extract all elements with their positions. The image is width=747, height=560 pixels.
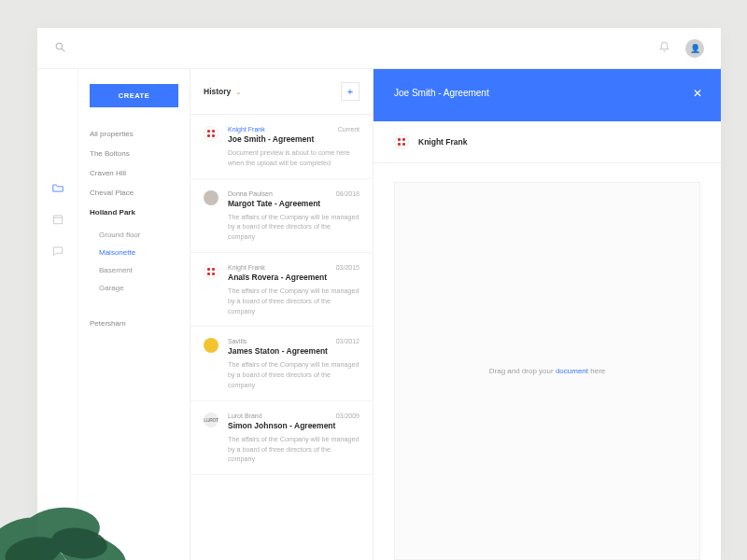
history-title: History	[204, 87, 231, 96]
history-desc: Document preview is about to come here w…	[228, 148, 359, 169]
chevron-down-icon[interactable]: ⌄	[235, 88, 242, 96]
detail-header: Joe Smith - Agreement ✕	[374, 69, 721, 121]
company-logo-icon	[204, 264, 218, 279]
company-logo-icon	[204, 338, 218, 353]
history-doc-title: Margot Tate - Agreement	[228, 199, 359, 208]
app-window: 👤 CREATE All properties The Boltons Crav…	[37, 28, 721, 560]
history-item[interactable]: Knight Frank Current Joe Smith - Agreeme…	[190, 115, 373, 179]
sidebar-subitem-garage[interactable]: Garage	[99, 279, 178, 297]
history-company: Knight Frank	[228, 126, 265, 133]
history-column: History ⌄ + Knight Frank Current Joe Smi…	[190, 69, 374, 560]
person-avatar-icon	[204, 190, 218, 205]
detail-panel: Joe Smith - Agreement ✕ Knight Frank Dra…	[374, 69, 721, 560]
sidebar-item-cheval-place[interactable]: Cheval Place	[90, 183, 178, 203]
history-date: 03/2015	[336, 264, 359, 271]
history-company: Knight Frank	[228, 264, 265, 271]
sidebar-sublist: Ground floor Maisonette Basement Garage	[90, 226, 178, 297]
chat-icon[interactable]	[51, 245, 64, 258]
history-item[interactable]: Knight Frank 03/2015 Anaïs Rovera - Agre…	[190, 253, 373, 327]
history-date: 03/2009	[336, 413, 359, 419]
upload-dropzone[interactable]: Drag and drop your document here	[394, 182, 700, 560]
avatar[interactable]: 👤	[685, 39, 704, 58]
svg-point-0	[56, 43, 62, 49]
add-button[interactable]: +	[341, 82, 359, 101]
history-item[interactable]: Savills 03/2012 James Staton - Agreement…	[190, 327, 373, 400]
history-date: Current	[338, 126, 359, 133]
dropzone-link[interactable]: document	[556, 367, 588, 375]
history-company: Savills	[228, 338, 247, 344]
sidebar-item-holland-park[interactable]: Holland Park	[90, 203, 178, 222]
company-logo-icon: LUROT	[204, 413, 218, 427]
history-header: History ⌄ +	[190, 69, 373, 115]
history-desc: The affairs of the Company will be manag…	[228, 287, 359, 316]
history-item[interactable]: Donna Paulsen 08/2018 Margot Tate - Agre…	[190, 179, 373, 253]
history-doc-title: Joe Smith - Agreement	[228, 134, 359, 144]
sidebar-item-craven-hill[interactable]: Craven Hill	[90, 163, 178, 183]
company-logo-icon	[204, 126, 218, 141]
dropzone-text-prefix: Drag and drop your	[489, 367, 556, 375]
history-desc: The affairs of the Company will be manag…	[228, 213, 359, 243]
notifications-icon[interactable]	[658, 40, 670, 57]
sidebar-item-the-boltons[interactable]: The Boltons	[90, 144, 178, 163]
sidebar-item-all-properties[interactable]: All properties	[90, 124, 178, 144]
main-area: CREATE All properties The Boltons Craven…	[37, 69, 721, 560]
folder-icon[interactable]	[51, 181, 64, 194]
svg-rect-3	[53, 216, 62, 224]
history-list: Knight Frank Current Joe Smith - Agreeme…	[190, 115, 373, 560]
dropzone-text-suffix: here	[588, 367, 605, 375]
svg-line-1	[62, 49, 64, 51]
sidebar-subitem-ground-floor[interactable]: Ground floor	[99, 226, 178, 244]
topbar: 👤	[37, 28, 721, 69]
history-date: 08/2018	[336, 190, 359, 197]
history-date: 03/2012	[336, 338, 359, 344]
history-desc: The affairs of the Company will be manag…	[228, 435, 359, 465]
detail-subheader: Knight Frank	[374, 121, 721, 163]
sidebar-item-petersham[interactable]: Petersham	[90, 314, 178, 333]
history-doc-title: Anaïs Rovera - Agreement	[228, 273, 359, 282]
close-icon[interactable]: ✕	[693, 88, 702, 99]
history-doc-title: Simon Johnson - Agreement	[228, 421, 359, 430]
detail-company: Knight Frank	[418, 137, 467, 147]
sidebar-subitem-basement[interactable]: Basement	[99, 261, 178, 279]
company-logo-icon	[394, 134, 409, 149]
history-desc: The affairs of the Company will be manag…	[228, 360, 359, 390]
icon-rail	[37, 69, 78, 560]
create-button[interactable]: CREATE	[90, 84, 178, 107]
history-item[interactable]: LUROT Lurot Brand 03/2009 Simon Johnson …	[190, 401, 373, 475]
history-doc-title: James Staton - Agreement	[228, 346, 359, 356]
sidebar-subitem-maisonette[interactable]: Maisonette	[99, 244, 178, 261]
detail-title: Joe Smith - Agreement	[394, 88, 489, 98]
search-icon[interactable]	[54, 40, 66, 57]
history-company: Lurot Brand	[228, 413, 262, 419]
sidebar: CREATE All properties The Boltons Craven…	[78, 69, 190, 560]
history-company: Donna Paulsen	[228, 190, 273, 197]
calendar-icon[interactable]	[51, 213, 64, 226]
